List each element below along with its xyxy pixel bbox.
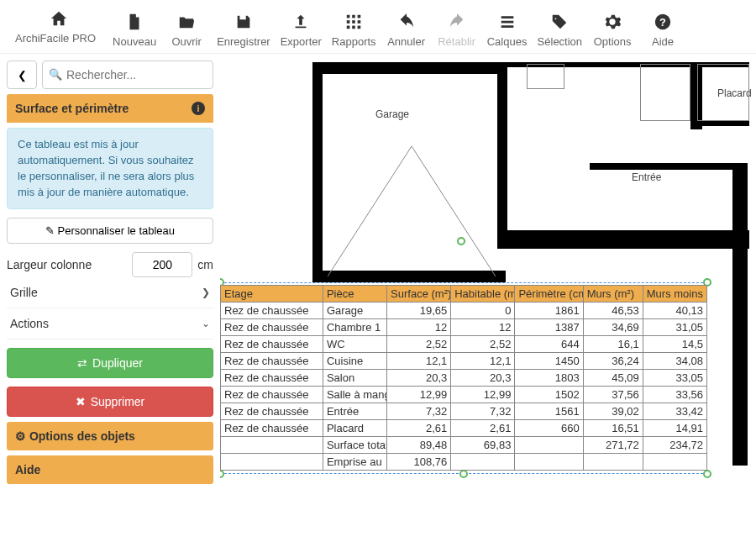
svg-rect-2 (358, 15, 361, 18)
table-cell: Garage (323, 303, 386, 319)
grid-label: Grille (10, 286, 38, 299)
gear-icon (603, 10, 622, 34)
back-button[interactable]: ❮ (7, 61, 37, 89)
options-button[interactable]: Options (587, 8, 638, 50)
svg-rect-8 (358, 26, 361, 29)
table-row[interactable]: Rez de chausséeSalon20,320,3180345,0933,… (221, 370, 707, 387)
new-label: Nouveau (113, 35, 156, 48)
table-cell: 12,1 (451, 353, 515, 370)
table-cell: 16,51 (583, 420, 643, 437)
svg-text:?: ? (659, 16, 666, 29)
table-cell: 14,91 (643, 420, 706, 437)
redo-label: Rétablir (438, 35, 475, 48)
table-cell: 12 (387, 319, 451, 336)
selection-handle[interactable] (459, 470, 468, 478)
selection-handle[interactable] (703, 470, 711, 478)
table-row[interactable]: Rez de chausséeWC2,522,5264416,114,5 (221, 336, 707, 353)
table-cell: 12,1 (387, 353, 451, 370)
svg-rect-0 (347, 15, 350, 18)
main-toolbar: ArchiFacile PRO Nouveau Ouvrir Enregistr… (0, 0, 756, 54)
panel-options-objects[interactable]: ⚙ Options des objets (7, 422, 213, 450)
table-header: Surface (m²) (387, 286, 451, 303)
table-header: Murs moins (643, 286, 706, 303)
table-cell: 7,32 (387, 403, 451, 420)
search-input[interactable] (42, 61, 213, 89)
table-cell: 1387 (515, 319, 583, 336)
table-row[interactable]: Rez de chausséeGarage19,650186146,5340,1… (221, 303, 707, 319)
layers-label: Calques (487, 35, 528, 48)
save-icon (234, 10, 253, 34)
panel-surface-header[interactable]: Surface et périmètre i (7, 94, 213, 123)
table-cell (451, 454, 515, 471)
customize-button[interactable]: ✎ Personnaliser le tableau (7, 218, 213, 244)
table-cell: 12,99 (451, 387, 515, 403)
table-cell: 1561 (515, 403, 583, 420)
file-icon (125, 10, 144, 34)
col-width-input[interactable] (132, 252, 192, 277)
table-row[interactable]: Surface totale89,4869,83271,72234,72 (221, 437, 707, 454)
svg-rect-4 (352, 20, 355, 24)
selection-handle[interactable] (457, 237, 465, 245)
table-cell: Surface totale (323, 437, 386, 454)
table-cell: Rez de chaussée (221, 319, 323, 336)
chevron-right-icon: ❯ (202, 287, 210, 298)
save-button[interactable]: Enregistrer (212, 8, 276, 50)
col-width-label: Largeur colonne (7, 258, 127, 271)
table-cell (221, 454, 323, 471)
layers-button[interactable]: Calques (482, 8, 533, 50)
table-cell: 37,56 (583, 387, 643, 403)
duplicate-button[interactable]: ⇄ Dupliquer (7, 348, 213, 378)
redo-icon (448, 10, 466, 34)
table-cell: Chambre 1 (323, 319, 386, 336)
sidebar-item-grid[interactable]: Grille ❯ (7, 277, 213, 308)
home-button[interactable]: ArchiFacile PRO (10, 5, 108, 50)
svg-rect-7 (352, 26, 355, 29)
table-row[interactable]: Emprise au108,76 (221, 454, 707, 471)
reports-label: Rapports (332, 35, 376, 48)
selection-button[interactable]: Sélection (533, 8, 587, 50)
home-icon (50, 7, 68, 30)
sidebar-item-actions[interactable]: Actions ⌄ (7, 308, 213, 339)
help-label: Aide (652, 35, 674, 48)
table-row[interactable]: Rez de chausséeSalle à manger12,9912,991… (221, 387, 707, 403)
plan-canvas[interactable]: Garage Entrée Placard EtagePièceSurface … (220, 54, 756, 542)
table-cell: 33,56 (643, 387, 706, 403)
undo-button[interactable]: Annuler (381, 8, 432, 50)
table-cell: 33,05 (643, 370, 706, 387)
export-button[interactable]: Exporter (276, 8, 327, 50)
open-label: Ouvrir (171, 35, 201, 48)
table-row[interactable]: Rez de chausséeEntrée7,327,32156139,0233… (221, 403, 707, 420)
svg-rect-1 (352, 15, 355, 18)
selection-label: Sélection (538, 35, 582, 48)
info-alert: Ce tableau est mis à jour automatiquemen… (7, 128, 213, 209)
help-button[interactable]: ? Aide (638, 8, 688, 50)
table-cell: 1803 (515, 370, 583, 387)
svg-rect-3 (347, 20, 350, 24)
customize-label: Personnaliser le tableau (58, 224, 175, 237)
table-row[interactable]: Rez de chausséeChambre 11212138734,6931,… (221, 319, 707, 336)
delete-button[interactable]: ✖ Supprimer (7, 387, 213, 417)
table-cell: 16,1 (583, 336, 643, 353)
grid-icon (344, 10, 363, 34)
surface-table[interactable]: EtagePièceSurface (m²)Habitable (m²)Péri… (220, 285, 707, 471)
redo-button[interactable]: Rétablir (432, 8, 482, 50)
brand-label: ArchiFacile PRO (15, 32, 96, 48)
undo-label: Annuler (387, 35, 425, 48)
table-cell: 12 (451, 319, 515, 336)
table-cell: 660 (515, 420, 583, 437)
info-icon[interactable]: i (192, 102, 205, 115)
table-cell: 45,09 (583, 370, 643, 387)
table-cell (515, 437, 583, 454)
panel-help[interactable]: Aide (7, 455, 213, 484)
table-cell (583, 454, 643, 471)
table-cell: Salon (323, 370, 386, 387)
open-button[interactable]: Ouvrir (161, 8, 212, 50)
table-cell: 20,3 (451, 370, 515, 387)
table-row[interactable]: Rez de chausséePlacard2,612,6166016,5114… (221, 420, 707, 437)
reports-button[interactable]: Rapports (327, 8, 381, 50)
table-cell: 2,52 (451, 336, 515, 353)
new-button[interactable]: Nouveau (108, 8, 161, 50)
table-row[interactable]: Rez de chausséeCuisine12,112,1145036,243… (221, 353, 707, 370)
table-cell: Placard (323, 420, 386, 437)
options-objects-label: Options des objets (29, 429, 135, 443)
